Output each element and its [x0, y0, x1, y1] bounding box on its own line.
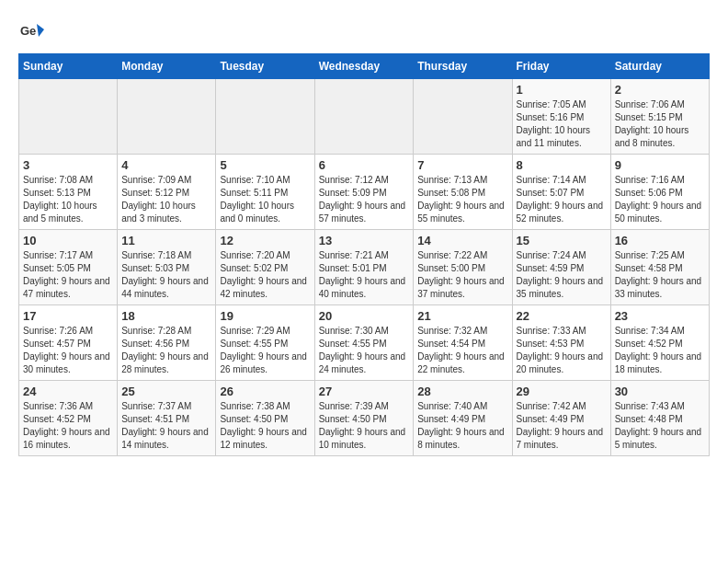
- day-info: Sunrise: 7:13 AMSunset: 5:08 PMDaylight:…: [417, 174, 507, 225]
- calendar-cell: 4Sunrise: 7:09 AMSunset: 5:12 PMDaylight…: [118, 155, 216, 230]
- day-info: Sunrise: 7:12 AMSunset: 5:09 PMDaylight:…: [319, 174, 410, 225]
- day-info: Sunrise: 7:42 AMSunset: 4:49 PMDaylight:…: [517, 400, 607, 452]
- calendar-cell: 16Sunrise: 7:25 AMSunset: 4:58 PMDayligh…: [610, 230, 709, 305]
- header-wednesday: Wednesday: [314, 54, 414, 79]
- day-number: 16: [615, 234, 705, 247]
- day-number: 12: [220, 234, 310, 247]
- day-info: Sunrise: 7:14 AMSunset: 5:07 PMDaylight:…: [517, 174, 607, 225]
- day-number: 15: [517, 234, 607, 247]
- day-number: 23: [615, 309, 705, 323]
- calendar-cell: 9Sunrise: 7:16 AMSunset: 5:06 PMDaylight…: [610, 155, 709, 230]
- day-info: Sunrise: 7:26 AMSunset: 4:57 PMDaylight:…: [23, 325, 113, 376]
- calendar-cell: 22Sunrise: 7:33 AMSunset: 4:53 PMDayligh…: [512, 305, 610, 381]
- day-number: 21: [417, 309, 507, 323]
- calendar-table: SundayMondayTuesdayWednesdayThursdayFrid…: [18, 53, 710, 456]
- day-info: Sunrise: 7:37 AMSunset: 4:51 PMDaylight:…: [121, 400, 211, 452]
- calendar-cell: 10Sunrise: 7:17 AMSunset: 5:05 PMDayligh…: [19, 230, 118, 305]
- day-info: Sunrise: 7:18 AMSunset: 5:03 PMDaylight:…: [121, 249, 211, 301]
- calendar-cell: 28Sunrise: 7:40 AMSunset: 4:49 PMDayligh…: [414, 381, 512, 456]
- day-info: Sunrise: 7:21 AMSunset: 5:01 PMDaylight:…: [319, 249, 410, 301]
- day-info: Sunrise: 7:34 AMSunset: 4:52 PMDaylight:…: [615, 325, 705, 376]
- calendar-cell: 11Sunrise: 7:18 AMSunset: 5:03 PMDayligh…: [118, 230, 216, 305]
- day-number: 14: [417, 234, 507, 247]
- day-info: Sunrise: 7:29 AMSunset: 4:55 PMDaylight:…: [220, 325, 310, 376]
- calendar-cell: [414, 79, 512, 155]
- day-info: Sunrise: 7:17 AMSunset: 5:05 PMDaylight:…: [23, 249, 113, 301]
- day-number: 20: [319, 309, 410, 323]
- calendar-cell: 13Sunrise: 7:21 AMSunset: 5:01 PMDayligh…: [314, 230, 414, 305]
- calendar-cell: 15Sunrise: 7:24 AMSunset: 4:59 PMDayligh…: [512, 230, 610, 305]
- calendar-cell: 1Sunrise: 7:05 AMSunset: 5:16 PMDaylight…: [512, 79, 610, 155]
- page-header: Ge: [18, 18, 710, 44]
- day-info: Sunrise: 7:24 AMSunset: 4:59 PMDaylight:…: [517, 249, 607, 301]
- calendar-cell: 3Sunrise: 7:08 AMSunset: 5:13 PMDaylight…: [19, 155, 118, 230]
- day-number: 4: [121, 158, 211, 172]
- calendar-week-3: 10Sunrise: 7:17 AMSunset: 5:05 PMDayligh…: [19, 230, 710, 305]
- day-number: 7: [417, 158, 507, 172]
- calendar-cell: 8Sunrise: 7:14 AMSunset: 5:07 PMDaylight…: [512, 155, 610, 230]
- day-info: Sunrise: 7:33 AMSunset: 4:53 PMDaylight:…: [517, 325, 607, 376]
- day-info: Sunrise: 7:16 AMSunset: 5:06 PMDaylight:…: [615, 174, 705, 225]
- day-info: Sunrise: 7:06 AMSunset: 5:15 PMDaylight:…: [615, 98, 705, 150]
- day-number: 9: [615, 158, 705, 172]
- day-info: Sunrise: 7:28 AMSunset: 4:56 PMDaylight:…: [121, 325, 211, 376]
- calendar-cell: 12Sunrise: 7:20 AMSunset: 5:02 PMDayligh…: [216, 230, 314, 305]
- calendar-cell: [118, 79, 216, 155]
- calendar-cell: 27Sunrise: 7:39 AMSunset: 4:50 PMDayligh…: [314, 381, 414, 456]
- calendar-cell: 20Sunrise: 7:30 AMSunset: 4:55 PMDayligh…: [314, 305, 414, 381]
- day-number: 2: [615, 83, 705, 97]
- day-info: Sunrise: 7:25 AMSunset: 4:58 PMDaylight:…: [615, 249, 705, 301]
- day-number: 18: [121, 309, 211, 323]
- header-sunday: Sunday: [19, 54, 118, 79]
- logo: Ge: [18, 18, 48, 44]
- day-number: 29: [517, 385, 607, 398]
- day-info: Sunrise: 7:20 AMSunset: 5:02 PMDaylight:…: [220, 249, 310, 301]
- day-info: Sunrise: 7:43 AMSunset: 4:48 PMDaylight:…: [615, 400, 705, 452]
- day-info: Sunrise: 7:08 AMSunset: 5:13 PMDaylight:…: [23, 174, 113, 225]
- day-info: Sunrise: 7:22 AMSunset: 5:00 PMDaylight:…: [417, 249, 507, 301]
- calendar-cell: 25Sunrise: 7:37 AMSunset: 4:51 PMDayligh…: [118, 381, 216, 456]
- day-number: 24: [23, 385, 113, 398]
- day-number: 30: [615, 385, 705, 398]
- calendar-week-1: 1Sunrise: 7:05 AMSunset: 5:16 PMDaylight…: [19, 79, 710, 155]
- day-number: 8: [517, 158, 607, 172]
- day-number: 27: [319, 385, 410, 398]
- day-number: 17: [23, 309, 113, 323]
- calendar-cell: 7Sunrise: 7:13 AMSunset: 5:08 PMDaylight…: [414, 155, 512, 230]
- day-info: Sunrise: 7:40 AMSunset: 4:49 PMDaylight:…: [417, 400, 507, 452]
- svg-marker-1: [37, 24, 44, 37]
- calendar-cell: 2Sunrise: 7:06 AMSunset: 5:15 PMDaylight…: [610, 79, 709, 155]
- day-number: 26: [220, 385, 310, 398]
- day-number: 13: [319, 234, 410, 247]
- day-number: 5: [220, 158, 310, 172]
- calendar-cell: [19, 79, 118, 155]
- day-info: Sunrise: 7:05 AMSunset: 5:16 PMDaylight:…: [517, 98, 607, 150]
- day-info: Sunrise: 7:30 AMSunset: 4:55 PMDaylight:…: [319, 325, 410, 376]
- calendar-cell: 30Sunrise: 7:43 AMSunset: 4:48 PMDayligh…: [610, 381, 709, 456]
- calendar-header-row: SundayMondayTuesdayWednesdayThursdayFrid…: [19, 54, 710, 79]
- calendar-cell: 5Sunrise: 7:10 AMSunset: 5:11 PMDaylight…: [216, 155, 314, 230]
- calendar-cell: 26Sunrise: 7:38 AMSunset: 4:50 PMDayligh…: [216, 381, 314, 456]
- day-number: 10: [23, 234, 113, 247]
- calendar-week-2: 3Sunrise: 7:08 AMSunset: 5:13 PMDaylight…: [19, 155, 710, 230]
- calendar-cell: 19Sunrise: 7:29 AMSunset: 4:55 PMDayligh…: [216, 305, 314, 381]
- header-saturday: Saturday: [610, 54, 709, 79]
- day-number: 19: [220, 309, 310, 323]
- day-number: 28: [417, 385, 507, 398]
- day-info: Sunrise: 7:10 AMSunset: 5:11 PMDaylight:…: [220, 174, 310, 225]
- header-thursday: Thursday: [414, 54, 512, 79]
- day-number: 11: [121, 234, 211, 247]
- day-number: 25: [121, 385, 211, 398]
- calendar-cell: 14Sunrise: 7:22 AMSunset: 5:00 PMDayligh…: [414, 230, 512, 305]
- day-info: Sunrise: 7:32 AMSunset: 4:54 PMDaylight:…: [417, 325, 507, 376]
- calendar-week-5: 24Sunrise: 7:36 AMSunset: 4:52 PMDayligh…: [19, 381, 710, 456]
- day-number: 22: [517, 309, 607, 323]
- calendar-cell: 18Sunrise: 7:28 AMSunset: 4:56 PMDayligh…: [118, 305, 216, 381]
- calendar-cell: [314, 79, 414, 155]
- svg-text:Ge: Ge: [20, 24, 36, 38]
- calendar-cell: 29Sunrise: 7:42 AMSunset: 4:49 PMDayligh…: [512, 381, 610, 456]
- day-info: Sunrise: 7:36 AMSunset: 4:52 PMDaylight:…: [23, 400, 113, 452]
- calendar-cell: [216, 79, 314, 155]
- day-number: 3: [23, 158, 113, 172]
- calendar-cell: 17Sunrise: 7:26 AMSunset: 4:57 PMDayligh…: [19, 305, 118, 381]
